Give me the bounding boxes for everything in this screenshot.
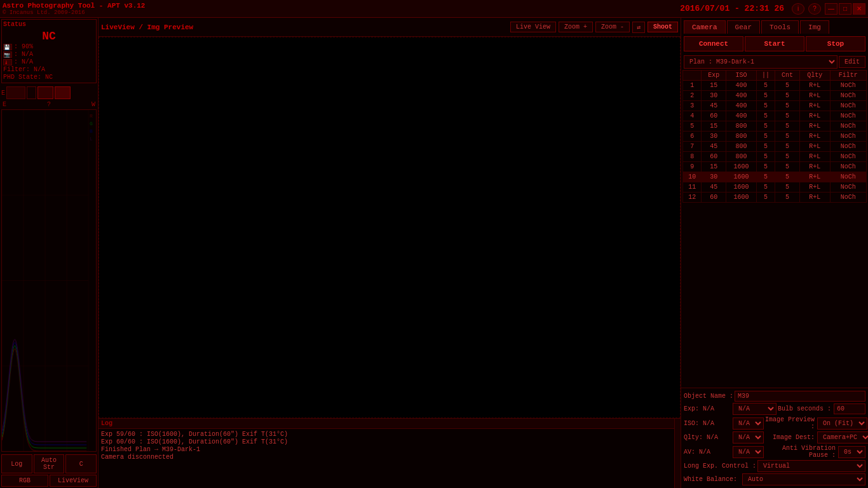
btn-row-1: Log Auto Str C: [1, 454, 97, 473]
image-preview-label: Image Preview :: [765, 416, 816, 430]
exp-bulb-row: Exp: N/A N/A Bulb seconds :: [684, 403, 865, 415]
help-button[interactable]: ?: [808, 3, 821, 15]
table-row[interactable]: 34540055R+LNoCh: [683, 101, 867, 111]
shoot-button[interactable]: Shoot: [648, 22, 678, 32]
disk-icon: 💾: [3, 44, 12, 50]
table-row[interactable]: 86080055R+LNoCh: [683, 152, 867, 162]
compass-box-4: [55, 86, 71, 99]
log-line: Camera disconnected: [101, 454, 678, 461]
ewq-row: E ? W: [0, 101, 98, 108]
e-label: E: [3, 101, 6, 108]
log-button[interactable]: Log: [1, 454, 32, 473]
swap-button[interactable]: ⇄: [632, 22, 645, 33]
plan-row: Plan : M39-Dark-1 Edit: [681, 54, 868, 70]
exp-dropdown: N/A: [733, 403, 776, 415]
plan-select[interactable]: Plan : M39-Dark-1: [684, 55, 837, 69]
main-layout: Status NC 💾 : 90% 📷 : N/A 🌡 : N/A Filter…: [0, 18, 868, 488]
exp-select[interactable]: N/A: [733, 403, 776, 415]
edit-button[interactable]: Edit: [839, 56, 865, 68]
qlty-label: Qlty: N/A: [684, 434, 731, 441]
minimize-button[interactable]: —: [825, 3, 837, 15]
east-label: E: [1, 90, 5, 97]
image-preview-select[interactable]: On (Fit): [817, 417, 867, 430]
log-header: Log: [98, 419, 681, 429]
connect-row: Connect Start Stop: [681, 34, 868, 54]
col-header-iso: ISO: [726, 71, 756, 81]
image-dest-select[interactable]: Camera+PC: [817, 431, 868, 444]
tab-img[interactable]: Img: [800, 20, 829, 34]
c-button[interactable]: C: [65, 454, 97, 473]
col-header-||: ||: [756, 71, 775, 81]
status-nc-label: NC: [3, 30, 95, 43]
liveview-title: LiveView / Img Preview: [101, 24, 508, 31]
object-name-input[interactable]: [735, 391, 865, 402]
long-exp-select[interactable]: Virtual: [757, 460, 865, 472]
plan-table: ExpISO||CntQltyFiltr11540055R+LNoCh23040…: [682, 70, 867, 203]
tab-camera[interactable]: Camera: [684, 20, 726, 34]
log-line: Exp 60/60 : ISO(1600), Duration(60") Exi…: [101, 438, 678, 445]
close-button[interactable]: ✕: [853, 3, 865, 15]
table-container: ExpISO||CntQltyFiltr11540055R+LNoCh23040…: [681, 70, 868, 388]
col-header-cnt: Cnt: [775, 71, 800, 81]
right-panel: CameraGearToolsImg Connect Start Stop Pl…: [681, 18, 868, 488]
av-select[interactable]: N/A: [733, 446, 764, 458]
qlty-select[interactable]: N/A: [733, 431, 764, 444]
bulb-seconds-input[interactable]: [834, 403, 865, 414]
datetime-display: 2016/07/01 - 22:31 26: [680, 4, 784, 13]
table-row[interactable]: 74580055R+LNoCh: [683, 142, 867, 152]
iso-preview-row: ISO: N/A N/A Image Preview : On (Fit): [684, 416, 865, 430]
liveview-area: [98, 37, 681, 418]
title-right: 2016/07/01 - 22:31 26 i ? — □ ✕: [680, 3, 865, 15]
status-section: Status NC 💾 : 90% 📷 : N/A 🌡 : N/A Filter…: [1, 19, 97, 83]
left-panel: Status NC 💾 : 90% 📷 : N/A 🌡 : N/A Filter…: [0, 18, 98, 488]
w-label: W: [92, 101, 95, 108]
ram-icon: 📷: [3, 51, 12, 58]
right-tabs: CameraGearToolsImg: [681, 18, 868, 34]
table-row[interactable]: 915160055R+LNoCh: [683, 162, 867, 172]
table-row[interactable]: 23040055R+LNoCh: [683, 91, 867, 101]
rgb-button[interactable]: RGB: [1, 475, 48, 487]
auto-str-button[interactable]: Auto Str: [34, 454, 65, 473]
disk-percent: : 90%: [14, 43, 33, 50]
live-view-button[interactable]: Live View: [510, 22, 556, 32]
center-panel: LiveView / Img Preview Live View Zoom + …: [98, 18, 681, 488]
liveview-header: LiveView / Img Preview Live View Zoom + …: [98, 18, 681, 37]
table-row[interactable]: 51580055R+LNoCh: [683, 121, 867, 132]
tab-tools[interactable]: Tools: [761, 20, 799, 34]
av-label: AV: N/A: [684, 449, 731, 456]
temp-label: : N/A: [14, 58, 33, 65]
tab-gear[interactable]: Gear: [727, 20, 760, 34]
compass-box-2: [27, 86, 36, 99]
long-exp-row: Long Exp. Control : Virtual: [684, 460, 865, 472]
log-scrollbar[interactable]: [674, 419, 681, 488]
histogram-section: [1, 109, 97, 452]
ram-status-row: 📷 : N/A: [3, 51, 95, 58]
log-section: Log Exp 59/60 : ISO(1600), Duration(60")…: [98, 418, 681, 488]
av-antivib-row: AV: N/A N/A Anti Vibration Pause : 0s: [684, 445, 865, 459]
temp-status-row: 🌡 : N/A: [3, 58, 95, 65]
bulb-seconds-label: Bulb seconds :: [778, 405, 832, 412]
zoom-plus-button[interactable]: Zoom +: [559, 22, 593, 32]
table-row[interactable]: 1260160055R+LNoCh: [683, 193, 867, 203]
maximize-button[interactable]: □: [839, 3, 851, 15]
anti-vib-select[interactable]: 0s: [838, 446, 865, 458]
status-title: Status: [3, 21, 95, 28]
table-row[interactable]: 63080055R+LNoCh: [683, 132, 867, 142]
info-button[interactable]: i: [792, 3, 804, 15]
app-title: Astro Photography Tool - APT v3.12 © Inc…: [3, 2, 145, 16]
iso-select[interactable]: N/A: [733, 417, 764, 430]
title-bar: Astro Photography Tool - APT v3.12 © Inc…: [0, 0, 868, 18]
long-exp-label: Long Exp. Control :: [684, 463, 756, 470]
table-row[interactable]: 11540055R+LNoCh: [683, 81, 867, 91]
zoom-minus-button[interactable]: Zoom -: [595, 22, 630, 32]
table-row[interactable]: 1030160055R+LNoCh: [683, 172, 867, 182]
start-button[interactable]: Start: [745, 36, 804, 51]
table-row[interactable]: 1145160055R+LNoCh: [683, 182, 867, 193]
stop-button[interactable]: Stop: [806, 36, 865, 51]
table-row[interactable]: 46040055R+LNoCh: [683, 111, 867, 121]
object-name-label: Object Name :: [684, 393, 733, 400]
wb-select[interactable]: Auto: [742, 473, 865, 485]
connect-button[interactable]: Connect: [684, 36, 743, 51]
liveview-toggle-button[interactable]: LiveView: [50, 475, 97, 487]
wb-label: White Balance:: [684, 476, 741, 483]
